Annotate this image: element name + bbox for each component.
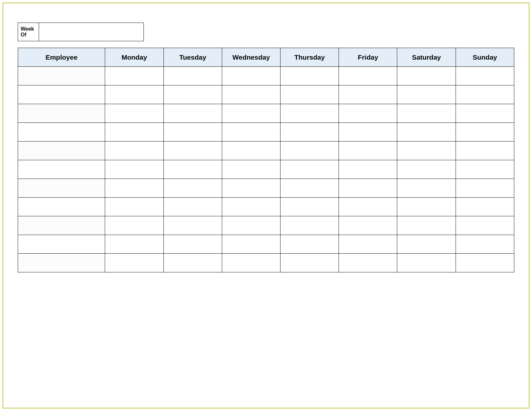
employee-cell[interactable] [18, 142, 105, 160]
employee-cell[interactable] [18, 160, 105, 179]
day-cell[interactable] [281, 179, 339, 198]
employee-cell[interactable] [18, 104, 105, 123]
employee-cell[interactable] [18, 123, 105, 142]
table-row [18, 123, 514, 142]
day-cell[interactable] [456, 142, 514, 160]
day-cell[interactable] [222, 179, 280, 198]
week-of-row: Week Of [18, 23, 514, 41]
day-cell[interactable] [339, 254, 397, 272]
day-cell[interactable] [397, 85, 456, 104]
day-cell[interactable] [281, 85, 339, 104]
day-cell[interactable] [105, 160, 163, 179]
employee-cell[interactable] [18, 85, 105, 104]
day-cell[interactable] [397, 142, 456, 160]
day-cell[interactable] [163, 198, 222, 216]
employee-cell[interactable] [18, 179, 105, 198]
day-cell[interactable] [281, 104, 339, 123]
day-cell[interactable] [456, 104, 514, 123]
day-cell[interactable] [339, 85, 397, 104]
day-cell[interactable] [281, 198, 339, 216]
day-cell[interactable] [222, 104, 280, 123]
day-cell[interactable] [339, 123, 397, 142]
day-cell[interactable] [339, 104, 397, 123]
day-cell[interactable] [281, 254, 339, 272]
day-cell[interactable] [222, 198, 280, 216]
day-cell[interactable] [339, 198, 397, 216]
day-cell[interactable] [281, 123, 339, 142]
week-of-label: Week Of [18, 23, 39, 41]
employee-cell[interactable] [18, 216, 105, 235]
day-cell[interactable] [456, 198, 514, 216]
day-cell[interactable] [105, 67, 163, 85]
day-cell[interactable] [163, 179, 222, 198]
day-cell[interactable] [105, 179, 163, 198]
day-cell[interactable] [456, 179, 514, 198]
employee-cell[interactable] [18, 235, 105, 254]
table-row [18, 104, 514, 123]
day-cell[interactable] [456, 160, 514, 179]
day-cell[interactable] [397, 123, 456, 142]
day-cell[interactable] [105, 142, 163, 160]
header-saturday: Saturday [397, 48, 456, 67]
day-cell[interactable] [339, 179, 397, 198]
day-cell[interactable] [281, 235, 339, 254]
day-cell[interactable] [163, 67, 222, 85]
day-cell[interactable] [163, 85, 222, 104]
employee-cell[interactable] [18, 254, 105, 272]
day-cell[interactable] [281, 216, 339, 235]
table-row [18, 235, 514, 254]
day-cell[interactable] [163, 123, 222, 142]
day-cell[interactable] [222, 67, 280, 85]
day-cell[interactable] [397, 160, 456, 179]
day-cell[interactable] [397, 179, 456, 198]
day-cell[interactable] [222, 160, 280, 179]
day-cell[interactable] [456, 235, 514, 254]
day-cell[interactable] [105, 216, 163, 235]
day-cell[interactable] [339, 142, 397, 160]
day-cell[interactable] [397, 235, 456, 254]
day-cell[interactable] [163, 104, 222, 123]
day-cell[interactable] [397, 67, 456, 85]
day-cell[interactable] [163, 160, 222, 179]
table-row [18, 160, 514, 179]
day-cell[interactable] [397, 254, 456, 272]
day-cell[interactable] [222, 216, 280, 235]
employee-cell[interactable] [18, 67, 105, 85]
day-cell[interactable] [397, 198, 456, 216]
day-cell[interactable] [456, 67, 514, 85]
schedule-body [18, 67, 514, 272]
day-cell[interactable] [339, 67, 397, 85]
day-cell[interactable] [105, 104, 163, 123]
day-cell[interactable] [222, 85, 280, 104]
day-cell[interactable] [281, 142, 339, 160]
day-cell[interactable] [397, 216, 456, 235]
day-cell[interactable] [222, 254, 280, 272]
day-cell[interactable] [339, 235, 397, 254]
day-cell[interactable] [281, 67, 339, 85]
day-cell[interactable] [456, 123, 514, 142]
content-area: Week Of Employee Monday Tuesday Wednesda… [18, 23, 514, 272]
day-cell[interactable] [163, 216, 222, 235]
day-cell[interactable] [397, 104, 456, 123]
day-cell[interactable] [105, 235, 163, 254]
day-cell[interactable] [339, 160, 397, 179]
day-cell[interactable] [105, 198, 163, 216]
week-of-input[interactable] [39, 23, 144, 41]
employee-cell[interactable] [18, 198, 105, 216]
day-cell[interactable] [456, 254, 514, 272]
day-cell[interactable] [163, 254, 222, 272]
day-cell[interactable] [105, 85, 163, 104]
table-row [18, 216, 514, 235]
header-tuesday: Tuesday [163, 48, 222, 67]
day-cell[interactable] [163, 142, 222, 160]
day-cell[interactable] [339, 216, 397, 235]
day-cell[interactable] [456, 216, 514, 235]
day-cell[interactable] [105, 254, 163, 272]
day-cell[interactable] [222, 235, 280, 254]
day-cell[interactable] [163, 235, 222, 254]
day-cell[interactable] [222, 142, 280, 160]
day-cell[interactable] [222, 123, 280, 142]
day-cell[interactable] [281, 160, 339, 179]
day-cell[interactable] [456, 85, 514, 104]
day-cell[interactable] [105, 123, 163, 142]
